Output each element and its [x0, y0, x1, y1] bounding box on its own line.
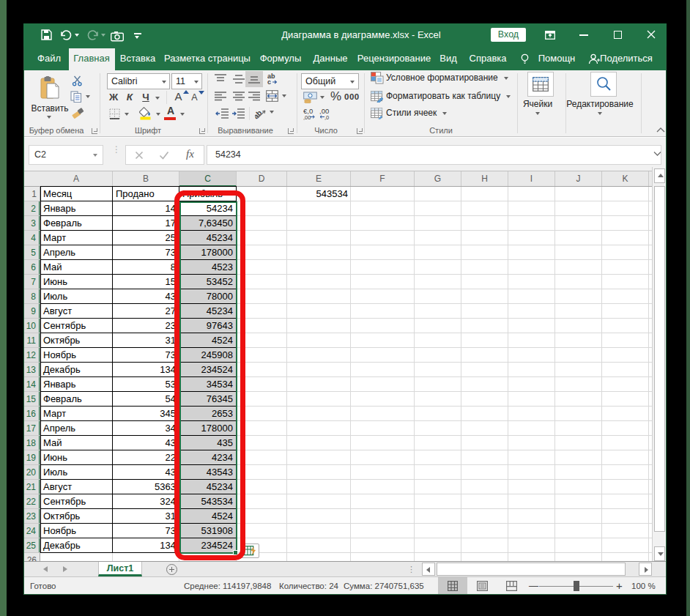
row-header-19[interactable]: 19: [24, 450, 40, 464]
cell-B13[interactable]: 134: [113, 363, 179, 377]
cell-A4[interactable]: Март: [40, 231, 113, 245]
column-header-B[interactable]: B: [113, 171, 179, 186]
ribbon-tab-t4[interactable]: Формулы: [260, 47, 302, 70]
horizontal-scroll-thumb[interactable]: [437, 563, 626, 576]
cell-B21[interactable]: 5363: [113, 480, 179, 494]
ribbon-tab-home[interactable]: Главная: [73, 47, 109, 70]
row-header-6[interactable]: 6: [24, 260, 40, 274]
align-center-button[interactable]: [233, 92, 245, 102]
borders-dropdown-icon[interactable]: [125, 113, 129, 116]
maximize-button[interactable]: [614, 31, 622, 39]
editing-icon[interactable]: [593, 73, 615, 95]
cell-A22[interactable]: Сентябрь: [40, 494, 113, 509]
cell-B4[interactable]: 25: [113, 231, 179, 245]
share-person-icon[interactable]: [588, 53, 600, 64]
row-header-22[interactable]: 22: [24, 494, 40, 508]
redo-icon[interactable]: [86, 29, 100, 41]
scroll-left-button[interactable]: [422, 563, 435, 576]
scroll-down-button[interactable]: [654, 546, 665, 561]
row-header-20[interactable]: 20: [24, 465, 40, 479]
zoom-out-button[interactable]: —: [529, 577, 538, 595]
row-header-4[interactable]: 4: [24, 231, 40, 245]
cell-B2[interactable]: 14: [113, 201, 179, 216]
row-header-7[interactable]: 7: [24, 275, 40, 289]
row-header-12[interactable]: 12: [24, 348, 40, 362]
tab-scroll-splitter[interactable]: ⋮: [407, 564, 410, 574]
expand-formula-bar-icon[interactable]: [653, 151, 661, 157]
row-header-15[interactable]: 15: [24, 392, 40, 406]
italic-button[interactable]: К: [125, 92, 135, 103]
column-header-I[interactable]: I: [508, 171, 555, 186]
save-icon[interactable]: [41, 29, 52, 41]
row-header-18[interactable]: 18: [24, 436, 40, 450]
increase-indent-button[interactable]: [231, 108, 245, 119]
sign-in-button[interactable]: Вход: [491, 28, 526, 42]
font-color-dropdown-icon[interactable]: [180, 113, 185, 116]
font-name-combo[interactable]: Calibri: [107, 73, 170, 89]
zoom-in-button[interactable]: +: [616, 577, 623, 595]
camera-icon[interactable]: [111, 30, 124, 42]
row-header-8[interactable]: 8: [24, 289, 40, 303]
decrease-indent-button[interactable]: [215, 108, 229, 119]
cell-B10[interactable]: 23: [113, 319, 179, 333]
ribbon-tab-t5[interactable]: Данные: [314, 47, 348, 70]
orientation-dropdown-icon[interactable]: [270, 111, 274, 114]
number-format-combo[interactable]: Общий: [301, 73, 359, 89]
editing-button[interactable]: Редактирование: [566, 99, 633, 109]
cell-B20[interactable]: 43: [113, 465, 179, 480]
increase-decimal-button[interactable]: €,0 ,00: [303, 108, 317, 120]
cell-A23[interactable]: Октябрь: [40, 509, 113, 524]
cell-A8[interactable]: Июль: [40, 289, 113, 304]
cell-B22[interactable]: 324: [113, 494, 179, 509]
column-header-G[interactable]: G: [415, 171, 461, 186]
column-header-D[interactable]: D: [237, 171, 287, 186]
tellme-bulb-icon[interactable]: [520, 53, 530, 64]
cells-icon[interactable]: [530, 73, 552, 95]
cell-A18[interactable]: Май: [40, 436, 113, 450]
sheet-tab-list1[interactable]: Лист1: [98, 562, 142, 576]
normal-view-button[interactable]: [448, 581, 458, 591]
cell-B24[interactable]: 73: [113, 524, 179, 538]
grow-font-button[interactable]: А: [173, 90, 184, 103]
cells-button[interactable]: Ячейки: [523, 99, 552, 109]
row-header-5[interactable]: 5: [24, 245, 40, 259]
page-layout-view-button[interactable]: [477, 581, 488, 591]
middle-align-button[interactable]: [233, 74, 245, 84]
cell-B1[interactable]: Продано: [113, 187, 179, 201]
prev-sheet-button[interactable]: [43, 566, 48, 572]
zoom-slider-handle[interactable]: [574, 581, 579, 591]
ribbon-tab-t6[interactable]: Рецензирование: [357, 47, 431, 70]
orientation-button[interactable]: ab: [255, 106, 267, 119]
row-header-10[interactable]: 10: [24, 319, 40, 333]
fill-color-dropdown-icon[interactable]: [156, 113, 160, 116]
cell-E1[interactable]: 543534: [287, 187, 351, 201]
row-header-25[interactable]: 25: [24, 538, 40, 552]
cell-B5[interactable]: 73: [113, 245, 179, 260]
cell-A15[interactable]: Февраль: [40, 392, 113, 407]
cell-A11[interactable]: Октябрь: [40, 333, 113, 348]
name-box[interactable]: C2: [29, 145, 103, 165]
column-header-K[interactable]: K: [602, 171, 649, 186]
underline-dropdown-icon[interactable]: [155, 97, 160, 100]
align-left-button[interactable]: [215, 92, 226, 102]
accounting-format-icon[interactable]: [303, 92, 317, 103]
ribbon-tab-t9[interactable]: Помощн: [538, 47, 576, 70]
minimize-button[interactable]: [579, 34, 588, 36]
top-align-button[interactable]: [215, 74, 226, 84]
ribbon-tab-t2[interactable]: Вставка: [120, 47, 155, 70]
formula-bar-splitter[interactable]: ⋮: [112, 147, 114, 162]
cell-A5[interactable]: Апрель: [40, 245, 113, 260]
ribbon-tab-t10[interactable]: Поделиться: [600, 47, 653, 70]
format-painter-icon[interactable]: [72, 107, 84, 119]
row-header-26[interactable]: 26: [24, 553, 40, 561]
cell-B12[interactable]: 73: [113, 348, 179, 363]
column-header-F[interactable]: F: [351, 171, 415, 186]
font-color-button[interactable]: А: [165, 105, 177, 116]
merge-center-button[interactable]: [266, 90, 278, 102]
ribbon-tab-t7[interactable]: Вид: [439, 47, 457, 70]
cell-B3[interactable]: 17: [113, 216, 179, 231]
undo-icon[interactable]: [59, 29, 73, 41]
scroll-up-button[interactable]: [654, 168, 665, 183]
ribbon-tab-t8[interactable]: Справка: [470, 47, 507, 70]
paste-button[interactable]: Вставить: [31, 103, 69, 114]
